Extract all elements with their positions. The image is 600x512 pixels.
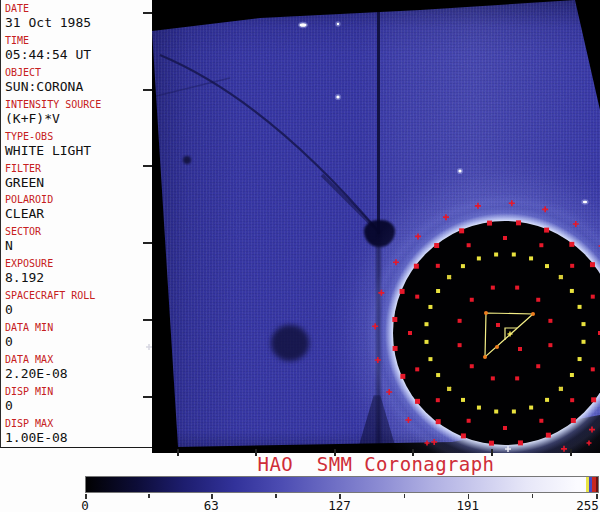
field-label: TIME xyxy=(5,36,151,46)
colorbar-tick-label: 63 xyxy=(204,499,219,512)
field-label: OBJECT xyxy=(5,68,151,78)
field-value: 1.00E-08 xyxy=(5,431,151,444)
left-axis-tick xyxy=(143,12,152,14)
colorbar-end-stripe xyxy=(596,477,598,492)
field-label: INTENSITY SOURCE xyxy=(5,100,151,110)
field-value: 0 xyxy=(5,335,151,348)
colorbar-tick-label: 255 xyxy=(576,499,599,512)
field-label: DATA MIN xyxy=(5,323,151,333)
image-caption: HAO SMM Coronagraph xyxy=(152,454,600,474)
colorbar: 063127191255 xyxy=(0,474,600,512)
metadata-panel: DATE31 Oct 1985TIME05:44:54 UTOBJECTSUN:… xyxy=(0,0,152,448)
metadata-field-time: TIME05:44:54 UT xyxy=(5,36,151,61)
colorbar-tick-label: 0 xyxy=(81,499,89,512)
colorbar-minor-tick xyxy=(404,494,406,498)
colorbar-minor-tick xyxy=(532,494,534,498)
colorbar-gradient xyxy=(85,476,599,493)
left-axis-tick xyxy=(143,396,152,398)
field-value: SUN:CORONA xyxy=(5,80,151,93)
metadata-field-spacecraft-roll: SPACECRAFT ROLL0 xyxy=(5,291,151,316)
metadata-field-disp-max: DISP MAX1.00E-08 xyxy=(5,419,151,444)
field-value: 0 xyxy=(5,303,151,316)
metadata-field-type-obs: TYPE-OBSWHITE LIGHT xyxy=(5,132,151,157)
colorbar-tick-label: 191 xyxy=(456,499,479,512)
metadata-field-object: OBJECTSUN:CORONA xyxy=(5,68,151,93)
field-value: 05:44:54 UT xyxy=(5,48,151,61)
colorbar-minor-tick xyxy=(148,494,150,498)
field-value: N xyxy=(5,239,151,252)
small-dark-spot xyxy=(183,156,191,164)
left-axis-tick xyxy=(143,89,152,91)
colorbar-tick-label: 127 xyxy=(328,499,351,512)
field-value: GREEN xyxy=(5,176,151,189)
field-value: CLEAR xyxy=(5,207,151,220)
metadata-field-exposure: EXPOSURE8.192 xyxy=(5,259,151,284)
smm-coronagraph-viewer: DATE31 Oct 1985TIME05:44:54 UTOBJECTSUN:… xyxy=(0,0,600,512)
field-label: EXPOSURE xyxy=(5,259,151,269)
field-value: 2.20E-08 xyxy=(5,367,151,380)
left-axis-tick xyxy=(143,242,152,244)
field-label: SECTOR xyxy=(5,227,151,237)
left-axis-tick xyxy=(143,319,152,321)
field-label: DISP MAX xyxy=(5,419,151,429)
left-axis-tick xyxy=(143,165,152,167)
field-value: 8.192 xyxy=(5,271,151,284)
field-value: 31 Oct 1985 xyxy=(5,16,151,29)
field-label: TYPE-OBS xyxy=(5,132,151,142)
coronagraph-image-canvas xyxy=(152,0,600,453)
field-label: SPACECRAFT ROLL xyxy=(5,291,151,301)
field-label: POLAROID xyxy=(5,195,151,205)
metadata-field-sector: SECTORN xyxy=(5,227,151,252)
occulting-disk xyxy=(393,221,600,445)
metadata-field-data-max: DATA MAX2.20E-08 xyxy=(5,355,151,380)
metadata-field-date: DATE31 Oct 1985 xyxy=(5,4,151,29)
field-value: 0 xyxy=(5,399,151,412)
field-label: DATE xyxy=(5,4,151,14)
colorbar-minor-tick xyxy=(275,494,277,498)
metadata-field-intensity-source: INTENSITY SOURCE(K+F)*V xyxy=(5,100,151,125)
metadata-field-filter: FILTERGREEN xyxy=(5,164,151,189)
metadata-field-disp-min: DISP MIN0 xyxy=(5,387,151,412)
metadata-field-data-min: DATA MIN0 xyxy=(5,323,151,348)
field-value: (K+F)*V xyxy=(5,112,151,125)
field-value: WHITE LIGHT xyxy=(5,144,151,157)
field-label: DISP MIN xyxy=(5,387,151,397)
field-label: DATA MAX xyxy=(5,355,151,365)
metadata-field-polaroid: POLAROIDCLEAR xyxy=(5,195,151,220)
field-label: FILTER xyxy=(5,164,151,174)
